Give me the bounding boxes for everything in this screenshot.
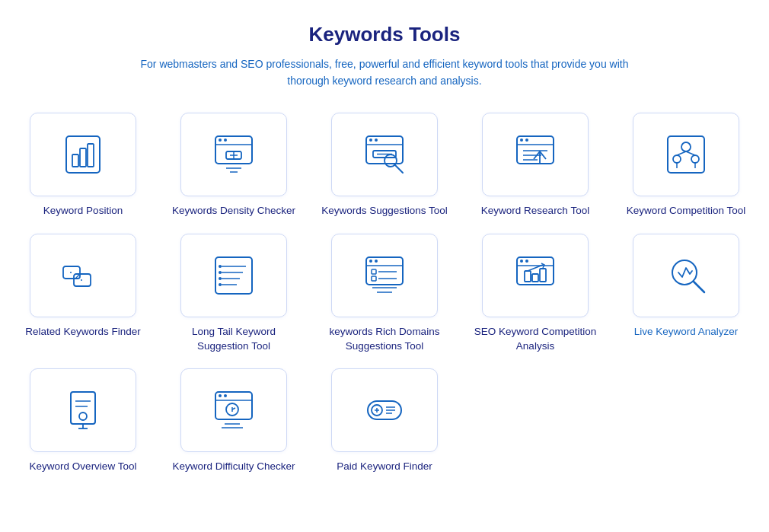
- svg-point-48: [219, 271, 222, 274]
- tools-grid: Keyword Position Keywords Density Checke…: [15, 113, 754, 475]
- tool-keyword-difficulty-checker[interactable]: Keyword Difficulty Checker: [166, 368, 302, 474]
- tool-icon-box: [331, 234, 438, 317]
- tool-label: Keyword Position: [43, 204, 123, 218]
- svg-point-73: [79, 413, 87, 420]
- svg-point-32: [691, 155, 699, 163]
- seo-keyword-competition-icon: [511, 251, 560, 300]
- tool-icon-box: [482, 234, 589, 317]
- tool-keyword-research-tool[interactable]: Keyword Research Tool: [467, 113, 603, 218]
- tool-keyword-competition-tool[interactable]: Keyword Competition Tool: [618, 113, 754, 218]
- keyword-research-tool-icon: [511, 130, 560, 179]
- tool-icon-box: [180, 234, 287, 317]
- svg-rect-3: [88, 144, 94, 167]
- tool-label: Live Keyword Analyzer: [634, 325, 739, 339]
- tool-label: Long Tail Keyword Suggestion Tool: [166, 325, 302, 354]
- svg-point-63: [525, 260, 528, 263]
- tool-keyword-position[interactable]: Keyword Position: [15, 113, 151, 218]
- svg-rect-55: [372, 269, 376, 274]
- svg-point-49: [219, 277, 222, 280]
- tool-icon-box: [180, 368, 287, 452]
- svg-point-6: [224, 139, 227, 142]
- keywords-density-checker-icon: [209, 130, 258, 179]
- keyword-competition-tool-icon: [662, 130, 710, 179]
- svg-point-50: [219, 283, 222, 286]
- tool-icon-box: [30, 234, 136, 317]
- svg-point-77: [219, 394, 222, 397]
- long-tail-keyword-icon: [209, 251, 258, 300]
- tool-label: Keyword Research Tool: [481, 204, 589, 218]
- tool-paid-keyword-finder[interactable]: Paid Keyword Finder: [317, 368, 452, 474]
- svg-point-53: [375, 260, 378, 263]
- tool-label: Paid Keyword Finder: [337, 460, 432, 474]
- tool-icon-box: [331, 368, 438, 452]
- svg-point-23: [525, 139, 528, 142]
- svg-line-69: [694, 282, 704, 292]
- live-keyword-analyzer-icon: [662, 251, 710, 300]
- related-keywords-finder-icon: [59, 251, 107, 300]
- tool-keywords-density-checker[interactable]: Keywords Density Checker: [166, 113, 302, 218]
- keywords-rich-domains-icon: [360, 251, 409, 300]
- tool-label: Keyword Difficulty Checker: [172, 460, 295, 474]
- svg-point-78: [224, 394, 227, 397]
- page-title: Keywords Tools: [15, 23, 754, 46]
- tool-related-keywords-finder[interactable]: Related Keywords Finder: [15, 234, 151, 354]
- svg-line-33: [677, 151, 686, 155]
- svg-line-34: [686, 151, 695, 155]
- tool-seo-keyword-competition[interactable]: SEO Keyword Competition Analysis: [467, 234, 603, 354]
- tool-icon-box: [482, 113, 589, 196]
- svg-point-47: [219, 265, 222, 268]
- tool-icon-box: [331, 113, 438, 196]
- tool-icon-box: [30, 113, 136, 196]
- keyword-overview-tool-icon: [59, 386, 107, 435]
- svg-point-5: [219, 139, 222, 142]
- svg-rect-65: [525, 271, 531, 282]
- svg-rect-57: [372, 276, 376, 281]
- tool-label: SEO Keyword Competition Analysis: [467, 325, 603, 354]
- svg-point-20: [384, 155, 397, 167]
- tool-icon-box: [633, 113, 739, 196]
- tool-label: Keyword Competition Tool: [627, 204, 746, 218]
- svg-rect-70: [71, 392, 95, 424]
- tool-keywords-rich-domains[interactable]: keywords Rich Domains Suggestions Tool: [317, 234, 452, 354]
- tool-icon-box: [30, 368, 136, 452]
- svg-point-14: [369, 139, 372, 142]
- svg-rect-2: [80, 148, 86, 167]
- keywords-suggestions-tool-icon: [360, 130, 409, 179]
- tool-label: Keywords Density Checker: [172, 204, 295, 218]
- svg-rect-66: [532, 274, 538, 282]
- svg-point-31: [673, 155, 681, 163]
- tool-live-keyword-analyzer[interactable]: Live Keyword Analyzer: [618, 234, 754, 354]
- svg-point-22: [520, 139, 523, 142]
- svg-rect-67: [540, 269, 546, 282]
- keyword-position-icon: [59, 130, 107, 179]
- svg-rect-42: [215, 257, 252, 294]
- tool-label: Keywords Suggestions Tool: [321, 204, 448, 218]
- tool-keyword-overview-tool[interactable]: Keyword Overview Tool: [15, 368, 151, 474]
- paid-keyword-finder-icon: [360, 386, 409, 435]
- svg-rect-1: [72, 155, 78, 167]
- tool-icon-box: [180, 113, 287, 196]
- page-subtitle: For webmasters and SEO professionals, fr…: [118, 56, 651, 90]
- tool-label: Related Keywords Finder: [25, 325, 141, 339]
- tool-icon-box: [633, 234, 739, 317]
- svg-rect-85: [368, 401, 401, 419]
- svg-point-62: [520, 260, 523, 263]
- tool-long-tail-keyword-suggestion[interactable]: Long Tail Keyword Suggestion Tool: [166, 234, 302, 354]
- tool-label: Keyword Overview Tool: [30, 460, 137, 474]
- svg-point-15: [375, 139, 378, 142]
- keyword-difficulty-checker-icon: [209, 386, 258, 435]
- svg-point-30: [681, 142, 691, 151]
- tool-keywords-suggestions-tool[interactable]: Keywords Suggestions Tool: [317, 113, 452, 218]
- tool-label: keywords Rich Domains Suggestions Tool: [317, 325, 452, 354]
- svg-point-52: [369, 260, 372, 263]
